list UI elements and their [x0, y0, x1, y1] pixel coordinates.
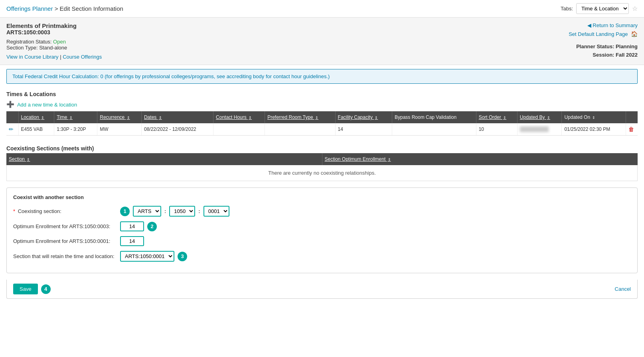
return-to-summary-link[interactable]: Return to Summary — [593, 22, 638, 28]
breadcrumb-separator: > — [55, 5, 60, 12]
coexist-table: Section ⇕ Section Optimum Enrollment ⇕ — [6, 153, 638, 165]
th-dates: Dates ⇕ — [141, 111, 213, 123]
facility-capacity-cell: 14 — [335, 123, 392, 136]
course-id: ARTS:1050:0003 — [6, 29, 518, 36]
session-value: Fall 2022 — [616, 52, 638, 58]
federal-credit-info-box: Total Federal Credit Hour Calculation: 0… — [6, 69, 638, 84]
th-facility-capacity: Facility Capacity ⇕ — [335, 111, 392, 123]
cancel-button[interactable]: Cancel — [615, 286, 631, 292]
save-area: Save 4 — [13, 284, 51, 294]
coexist-table-container: Section ⇕ Section Optimum Enrollment ⇕ T… — [0, 153, 644, 187]
enrollment-2-input[interactable] — [120, 236, 144, 246]
section-select[interactable]: 0001 0002 0003 — [203, 206, 229, 217]
dates-cell: 08/22/2022 - 12/09/2022 — [141, 123, 213, 136]
course-select[interactable]: 1050 1100 1200 — [169, 206, 195, 217]
times-locations-table-container: Location ⇕ Time ⇕ Recurrence ⇕ Dates ⇕ C… — [0, 111, 644, 142]
form-actions: Save 4 Cancel — [6, 280, 638, 299]
breadcrumb-page: Edit Section Information — [60, 5, 123, 12]
enrollment-2-row: Optimum Enrollment for ARTS:1050:0001: — [13, 236, 631, 246]
colon-sep-1: : — [164, 208, 166, 214]
delete-cell: 🗑 — [626, 123, 638, 136]
coexist-form: Coexist with another section * Coexistin… — [6, 187, 638, 273]
registration-label: Registration Status: — [6, 39, 51, 45]
step1-badge: 1 — [120, 207, 130, 216]
section-type-row: Section Type: Stand-alone — [6, 45, 518, 51]
table-header-row: Location ⇕ Time ⇕ Recurrence ⇕ Dates ⇕ C… — [6, 111, 638, 123]
th-recurrence: Recurrence ⇕ — [97, 111, 142, 123]
delete-icon[interactable]: 🗑 — [628, 126, 634, 132]
coexist-form-title: Coexist with another section — [13, 194, 631, 200]
enrollment-1-row: Optimum Enrollment for ARTS:1050:0003: 2 — [13, 221, 631, 231]
preferred-room-cell — [265, 123, 335, 136]
required-star: * — [13, 208, 15, 214]
add-new-time-location-link[interactable]: Add a new time & location — [17, 102, 77, 108]
step2-badge: 2 — [147, 222, 157, 231]
course-offerings-link[interactable]: Course Offerings — [63, 54, 102, 60]
info-left: Elements of Printmaking ARTS:1050:0003 R… — [6, 22, 518, 60]
tabs-label: Tabs: — [561, 6, 573, 12]
retain-label: Section that will retain the time and lo… — [13, 253, 117, 259]
th-delete — [626, 111, 638, 123]
th-optimum-enrollment: Section Optimum Enrollment ⇕ — [322, 153, 638, 165]
th-sort-order: Sort Order ⇕ — [476, 111, 517, 123]
th-updated-by: Updated By ⇕ — [517, 111, 562, 123]
planner-status-row: Planner Status: Planning — [518, 43, 638, 49]
offerings-planner-link[interactable]: Offerings Planner — [6, 5, 53, 12]
edit-cell: ✏ — [6, 123, 18, 136]
th-preferred-room: Preferred Room Type ⇕ — [265, 111, 335, 123]
coexist-empty-message: There are currently no coexisting relati… — [6, 165, 638, 181]
th-contact-hours: Contact Hours ⇕ — [213, 111, 265, 123]
add-icon: ➕ — [6, 101, 14, 108]
enrollment-1-label: Optimum Enrollment for ARTS:1050:0003: — [13, 223, 117, 229]
updated-on-cell: 01/25/2022 02:30 PM — [562, 123, 626, 136]
coexist-header-row: Section ⇕ Section Optimum Enrollment ⇕ — [6, 153, 638, 165]
top-bar: Offerings Planner > Edit Section Informa… — [0, 0, 644, 18]
coexisting-section-row: * Coexisting section: 1 ARTS BUS ENG : 1… — [13, 206, 631, 217]
set-default-landing-link[interactable]: Set Default Landing Page — [569, 31, 628, 37]
step4-badge: 4 — [41, 284, 51, 294]
view-course-library-link[interactable]: View in Course Library — [6, 54, 59, 60]
th-bypass: Bypass Room Cap Validation — [392, 111, 476, 123]
add-link-area: ➕ Add a new time & location — [0, 99, 644, 111]
tabs-area: Tabs: Time & Location General Info Restr… — [561, 3, 638, 14]
registration-status-row: Registration Status: Open — [6, 39, 518, 45]
recurrence-cell: MW — [97, 123, 142, 136]
registration-value: Open — [53, 39, 66, 45]
edit-icon[interactable]: ✏ — [9, 126, 14, 132]
enrollment-1-input[interactable] — [120, 221, 144, 231]
planner-status-value: Planning — [616, 43, 638, 49]
bypass-cap-cell — [392, 123, 476, 136]
tabs-dropdown[interactable]: Time & Location General Info Restriction… — [576, 3, 629, 14]
location-cell: E455 VAB — [18, 123, 54, 136]
section-type-value: Stand-alone — [39, 45, 67, 51]
course-links: View in Course Library | Course Offering… — [6, 54, 518, 60]
sort-order-cell: 10 — [476, 123, 517, 136]
step3-badge: 3 — [178, 252, 187, 261]
th-edit — [6, 111, 18, 123]
info-section: Elements of Printmaking ARTS:1050:0003 R… — [0, 18, 644, 65]
table-row: ✏ E455 VAB 1:30P - 3:20P MW 08/22/2022 -… — [6, 123, 638, 136]
planner-status-label: Planner Status: — [576, 43, 614, 49]
times-locations-table: Location ⇕ Time ⇕ Recurrence ⇕ Dates ⇕ C… — [6, 111, 638, 136]
colon-sep-2: : — [198, 208, 200, 214]
favorite-icon[interactable]: ☆ — [632, 5, 638, 12]
coexisting-section-label: * Coexisting section: — [13, 208, 117, 214]
home-icon: 🏠 — [631, 31, 638, 37]
breadcrumb: Offerings Planner > Edit Section Informa… — [6, 5, 123, 12]
dept-select[interactable]: ARTS BUS ENG — [133, 206, 161, 217]
th-location: Location ⇕ — [18, 111, 54, 123]
th-section: Section ⇕ — [6, 153, 322, 165]
session-row: Session: Fall 2022 — [518, 52, 638, 58]
enrollment-2-label: Optimum Enrollment for ARTS:1050:0001: — [13, 238, 117, 244]
info-right: ◀ Return to Summary Set Default Landing … — [518, 22, 638, 60]
time-cell: 1:30P - 3:20P — [54, 123, 97, 136]
th-updated-on: Updated On ⇕ — [562, 111, 626, 123]
retain-select[interactable]: ARTS:1050:0001 ARTS:1050:0003 — [120, 251, 174, 262]
coexisting-header: Coexisting Sections (meets with) — [0, 142, 644, 153]
times-locations-header: Times & Locations — [0, 88, 644, 99]
save-button[interactable]: Save — [13, 284, 38, 294]
th-time: Time ⇕ — [54, 111, 97, 123]
session-label: Session: — [593, 52, 614, 58]
course-title: Elements of Printmaking — [6, 22, 518, 29]
section-type-label: Section Type: — [6, 45, 38, 51]
